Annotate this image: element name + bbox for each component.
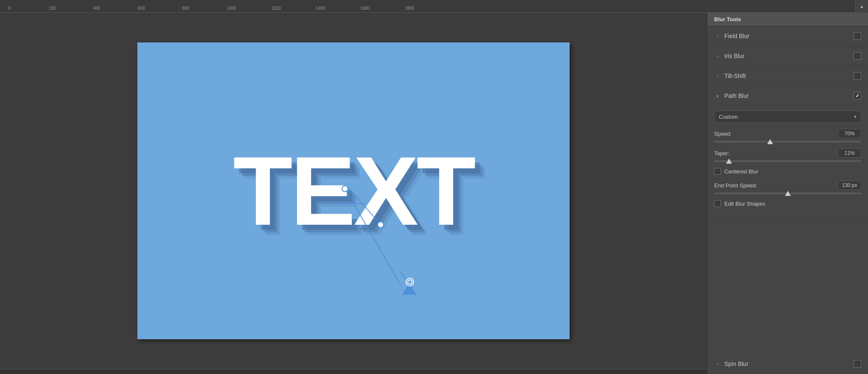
- path-blur-dropdown[interactable]: Custom ▾: [714, 111, 861, 123]
- right-panel: Blur Tools › Field Blur › Iris Blur › Ti…: [707, 13, 868, 374]
- blur-item-tilt-shift: › Tilt-Shift: [707, 66, 868, 86]
- spin-blur-label: Spin Blur: [724, 360, 854, 367]
- ruler-mark-600: 600: [138, 6, 145, 11]
- panel-tab-blur-tools[interactable]: Blur Tools: [707, 13, 868, 26]
- end-point-speed-label: End Point Speed:: [714, 182, 757, 189]
- centered-blur-label: Centered Blur: [724, 168, 758, 175]
- ruler-mark-400: 400: [93, 6, 100, 11]
- main-layout: TEXT: [0, 13, 868, 374]
- iris-blur-chevron-icon: ›: [714, 53, 721, 59]
- ruler-scroll-button[interactable]: ▲: [855, 0, 868, 13]
- ruler-mark-1600: 1600: [360, 6, 370, 11]
- speed-slider-row: Speed: 70%: [714, 129, 861, 142]
- canvas[interactable]: TEXT: [137, 42, 570, 339]
- ruler-mark-1800: 1800: [405, 6, 414, 11]
- spin-blur-checkbox[interactable]: [854, 360, 861, 368]
- taper-slider-row: Taper: 11%: [714, 148, 861, 162]
- path-blur-checkbox[interactable]: [854, 92, 861, 100]
- canvas-text: TEXT: [233, 135, 474, 247]
- taper-slider-track[interactable]: [714, 160, 861, 162]
- path-blur-label: Path Blur: [724, 92, 854, 99]
- taper-label: Taper:: [714, 150, 729, 156]
- end-point-speed-slider-track[interactable]: [714, 193, 861, 194]
- iris-blur-header[interactable]: › Iris Blur: [707, 46, 868, 66]
- edit-blur-shapes-checkbox[interactable]: [714, 200, 721, 207]
- canvas-container: TEXT: [0, 13, 707, 369]
- ruler-mark-1400: 1400: [316, 6, 325, 11]
- field-blur-chevron-icon: ›: [714, 33, 721, 39]
- path-blur-dropdown-row: Custom ▾: [714, 111, 861, 123]
- blur-item-iris-blur: › Iris Blur: [707, 46, 868, 66]
- field-blur-header[interactable]: › Field Blur: [707, 26, 868, 46]
- svg-line-1: [400, 271, 413, 288]
- ruler-mark-800: 800: [182, 6, 189, 11]
- ruler-mark-1200: 1200: [271, 6, 281, 11]
- field-blur-checkbox[interactable]: [854, 32, 861, 40]
- end-point-speed-value[interactable]: 130 px: [838, 181, 861, 190]
- blur-item-spin-blur: › Spin Blur: [707, 354, 868, 374]
- ruler-mark-200: 200: [49, 6, 56, 11]
- tilt-shift-label: Tilt-Shift: [724, 73, 854, 79]
- speed-slider-track[interactable]: [714, 141, 861, 142]
- ruler-mark-1000: 1000: [227, 6, 236, 11]
- speed-label: Speed:: [714, 131, 732, 137]
- tilt-shift-header[interactable]: › Tilt-Shift: [707, 66, 868, 86]
- ruler: 0 200 400 600 800 1000 1200 1400 1600 18…: [0, 0, 868, 13]
- spin-blur-header[interactable]: › Spin Blur: [707, 354, 868, 374]
- centered-blur-checkbox[interactable]: [714, 168, 721, 175]
- field-blur-label: Field Blur: [724, 33, 854, 39]
- speed-slider-thumb[interactable]: [767, 139, 773, 144]
- blur-item-field-blur: › Field Blur: [707, 26, 868, 46]
- edit-blur-shapes-label: Edit Blur Shapes: [724, 201, 765, 207]
- centered-blur-row: Centered Blur: [714, 168, 861, 175]
- tilt-shift-chevron-icon: ›: [714, 73, 721, 79]
- svg-marker-2: [402, 284, 417, 295]
- spin-blur-chevron-icon: ›: [714, 360, 721, 367]
- taper-value[interactable]: 11%: [838, 148, 861, 158]
- end-point-speed-slider-thumb[interactable]: [785, 191, 791, 196]
- blur-item-path-blur: ∨ Path Blur Custom ▾ Speed: 70%: [707, 86, 868, 218]
- dropdown-arrow-icon: ▾: [854, 114, 857, 120]
- edit-blur-shapes-row: Edit Blur Shapes: [714, 200, 861, 207]
- path-blur-dropdown-value: Custom: [719, 114, 738, 120]
- ruler-mark-0: 0: [8, 6, 11, 11]
- svg-point-7: [406, 278, 414, 286]
- horizontal-scrollbar[interactable]: [0, 369, 707, 374]
- iris-blur-label: Iris Blur: [724, 53, 854, 59]
- path-blur-content: Custom ▾ Speed: 70%: [707, 106, 868, 218]
- path-blur-chevron-icon: ∨: [714, 92, 721, 99]
- iris-blur-checkbox[interactable]: [854, 52, 861, 60]
- path-blur-header[interactable]: ∨ Path Blur: [707, 86, 868, 106]
- end-point-speed-slider-row: End Point Speed: 130 px: [714, 181, 861, 194]
- tilt-shift-checkbox[interactable]: [854, 72, 861, 80]
- svg-point-8: [408, 280, 412, 284]
- speed-value[interactable]: 70%: [838, 129, 861, 138]
- canvas-area: TEXT: [0, 13, 707, 374]
- taper-slider-thumb[interactable]: [726, 159, 732, 164]
